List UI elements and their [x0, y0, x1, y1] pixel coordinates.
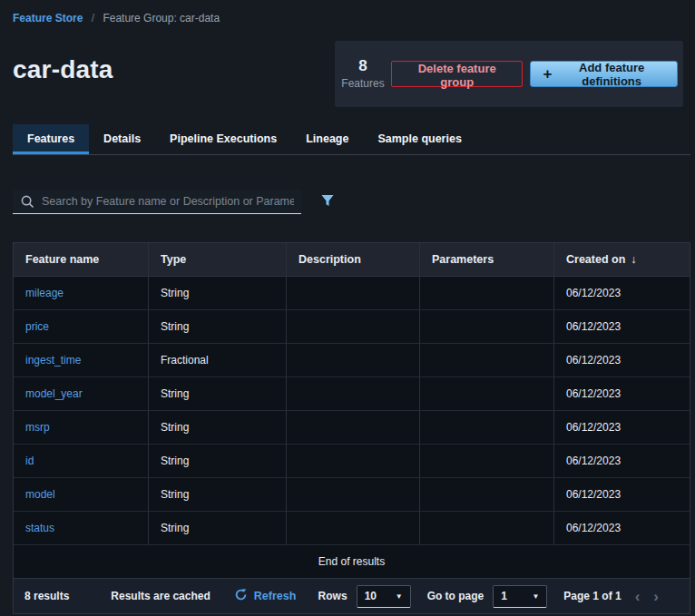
chevron-left-icon: ‹	[635, 588, 641, 605]
features-table: Feature name Type Description Parameters…	[13, 242, 690, 614]
description-cell	[287, 478, 420, 511]
parameters-cell	[420, 512, 554, 544]
parameters-cell	[420, 344, 554, 376]
next-page-button[interactable]: ›	[653, 589, 659, 604]
feature-name-cell: id	[14, 445, 149, 477]
features-count-stat: 8 Features	[335, 58, 391, 90]
created-on-cell: 06/12/2023	[554, 277, 690, 309]
table-row: status String 06/12/2023	[14, 512, 690, 545]
page-header: car-data 8 Features Delete feature group…	[0, 41, 695, 107]
breadcrumb-link-feature-store[interactable]: Feature Store	[13, 12, 83, 24]
caret-down-icon: ▼	[532, 592, 539, 601]
header-actions-panel: 8 Features Delete feature group + Add fe…	[335, 41, 683, 107]
feature-link[interactable]: model	[25, 488, 55, 501]
refresh-icon	[234, 588, 248, 604]
parameters-cell	[420, 445, 554, 477]
type-cell: String	[149, 377, 287, 410]
table-row: model_year String 06/12/2023	[14, 377, 690, 411]
feature-link[interactable]: price	[25, 320, 49, 333]
rows-per-page-select[interactable]: 10 ▼	[357, 585, 411, 608]
type-cell: String	[149, 310, 287, 343]
tab-sample-queries[interactable]: Sample queries	[363, 124, 475, 154]
page-select[interactable]: 1 ▼	[493, 585, 547, 608]
features-count-value: 8	[335, 58, 391, 74]
tab-pipeline-executions[interactable]: Pipeline Executions	[155, 124, 291, 154]
type-cell: String	[149, 478, 287, 511]
features-count-label: Features	[335, 77, 391, 90]
parameters-cell	[420, 377, 554, 410]
page-status: Page 1 of 1	[563, 590, 621, 602]
add-feature-definitions-button[interactable]: + Add feature definitions	[530, 61, 678, 87]
feature-link[interactable]: id	[25, 455, 34, 467]
feature-link[interactable]: ingest_time	[25, 354, 81, 367]
parameters-cell	[420, 277, 554, 309]
column-header-description[interactable]: Description	[287, 243, 420, 276]
created-on-cell: 06/12/2023	[554, 411, 690, 444]
created-on-cell: 06/12/2023	[554, 344, 690, 376]
feature-store-page: { "breadcrumb": { "link": "Feature Store…	[0, 0, 695, 616]
created-on-label: Created on	[566, 253, 625, 266]
table-row: model String 06/12/2023	[14, 478, 690, 512]
table-row: id String 06/12/2023	[14, 445, 690, 478]
table-row: price String 06/12/2023	[14, 310, 690, 344]
created-on-cell: 06/12/2023	[554, 445, 690, 477]
filter-icon[interactable]	[318, 191, 337, 212]
feature-name-cell: price	[14, 310, 149, 343]
feature-link[interactable]: status	[25, 522, 54, 534]
search-icon	[21, 195, 34, 211]
delete-feature-group-button[interactable]: Delete feature group	[391, 61, 523, 87]
description-cell	[287, 377, 420, 410]
search-row	[13, 190, 682, 214]
cache-status: Results are cached	[111, 590, 210, 602]
column-header-type[interactable]: Type	[149, 243, 287, 276]
table-header-row: Feature name Type Description Parameters…	[14, 243, 690, 277]
tab-lineage[interactable]: Lineage	[291, 124, 363, 154]
search-input-wrapper	[13, 190, 301, 214]
breadcrumb-current: Feature Group: car-data	[103, 12, 220, 24]
table-row: ingest_time Fractional 06/12/2023	[14, 344, 690, 377]
refresh-label: Refresh	[254, 590, 297, 602]
results-count: 8 results	[24, 590, 69, 602]
type-cell: String	[149, 512, 287, 544]
add-button-label: Add feature definitions	[558, 61, 665, 88]
caret-down-icon: ▼	[396, 592, 403, 601]
rows-per-page-label: Rows	[318, 590, 348, 602]
column-header-feature-name[interactable]: Feature name	[14, 243, 149, 276]
previous-page-button[interactable]: ‹	[635, 589, 641, 604]
search-input[interactable]	[13, 190, 301, 214]
table-row: mileage String 06/12/2023	[14, 277, 690, 310]
feature-link[interactable]: mileage	[25, 287, 64, 299]
tab-features[interactable]: Features	[13, 124, 89, 154]
plus-icon: +	[543, 66, 552, 82]
feature-link[interactable]: model_year	[25, 387, 83, 400]
parameters-cell	[420, 310, 554, 343]
feature-name-cell: mileage	[14, 277, 149, 309]
column-header-created-on[interactable]: Created on ↓	[554, 243, 690, 276]
type-cell: String	[149, 277, 287, 309]
feature-name-cell: status	[14, 512, 149, 544]
rows-per-page-value: 10	[365, 590, 377, 602]
description-cell	[287, 344, 420, 376]
chevron-right-icon: ›	[653, 588, 659, 605]
type-cell: String	[149, 411, 287, 444]
description-cell	[287, 512, 420, 544]
created-on-cell: 06/12/2023	[554, 310, 690, 343]
sort-descending-icon: ↓	[631, 253, 636, 266]
description-cell	[287, 411, 420, 444]
feature-link[interactable]: msrp	[25, 421, 50, 434]
type-cell: String	[149, 445, 287, 477]
refresh-button[interactable]: Refresh	[234, 588, 297, 604]
description-cell	[287, 310, 420, 343]
feature-name-cell: msrp	[14, 411, 149, 444]
table-footer: 8 results Results are cached Refresh Row…	[14, 578, 690, 613]
tab-details[interactable]: Details	[89, 124, 155, 154]
feature-name-cell: ingest_time	[14, 344, 149, 376]
page-title: car-data	[13, 55, 113, 84]
current-page-value: 1	[501, 590, 507, 602]
table-row: msrp String 06/12/2023	[14, 411, 690, 445]
parameters-cell	[420, 478, 554, 511]
created-on-cell: 06/12/2023	[554, 377, 690, 410]
end-of-results: End of results	[14, 545, 690, 578]
breadcrumb-separator: /	[92, 12, 94, 24]
column-header-parameters[interactable]: Parameters	[420, 243, 554, 276]
